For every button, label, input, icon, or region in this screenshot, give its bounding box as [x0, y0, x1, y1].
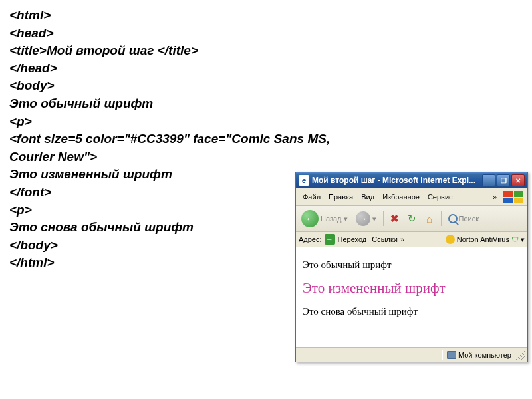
code-line: </head> — [9, 60, 523, 78]
back-label: Назад — [321, 215, 342, 223]
menu-view[interactable]: Вид — [357, 192, 378, 202]
maximize-button[interactable]: ❐ — [497, 174, 510, 186]
address-bar: Адрес: → Переход Ссылки » Norton AntiVir… — [296, 232, 527, 247]
norton-icon — [446, 235, 455, 244]
code-line: <html> — [9, 7, 523, 25]
menu-tools[interactable]: Сервис — [424, 192, 457, 202]
status-zone: Мой компьютер — [447, 351, 511, 359]
home-button[interactable]: ⌂ — [422, 211, 437, 226]
forward-arrow-icon: → — [356, 211, 370, 226]
status-panel — [299, 350, 443, 360]
search-label: Поиск — [459, 215, 479, 223]
status-zone-label: Мой компьютер — [458, 351, 511, 359]
separator — [441, 211, 442, 226]
page-content: Это обычный шрифт Это измененный шрифт Э… — [296, 247, 527, 347]
titlebar[interactable]: e Мой второй шаг - Microsoft Internet Ex… — [296, 172, 527, 188]
forward-button[interactable]: → ▾ — [353, 210, 379, 227]
dropdown-arrow-icon[interactable]: ▾ — [521, 235, 525, 244]
computer-icon — [447, 351, 456, 359]
ie-icon: e — [299, 175, 309, 186]
stop-icon: ✖ — [390, 213, 399, 225]
window-title: Мой второй шаг - Microsoft Internet Expl… — [312, 176, 482, 185]
toolbar: ← Назад ▾ → ▾ ✖ ↻ ⌂ Поиск — [296, 206, 527, 232]
close-button[interactable]: ✕ — [511, 174, 525, 186]
dropdown-arrow-icon: ▾ — [372, 215, 376, 223]
dropdown-arrow-icon: ▾ — [344, 215, 348, 223]
go-button[interactable]: → — [325, 234, 335, 245]
code-line: <body> — [9, 77, 523, 95]
resize-grip[interactable] — [515, 350, 525, 360]
code-line: Courier New"> — [9, 148, 523, 166]
browser-window: e Мой второй шаг - Microsoft Internet Ex… — [295, 172, 528, 362]
norton-status-icon: 🛡 — [511, 235, 519, 243]
magnifier-icon — [448, 214, 458, 223]
code-line: <title>Мой второй шаг </title> — [9, 42, 523, 60]
stop-button[interactable]: ✖ — [388, 211, 402, 226]
menu-file[interactable]: Файл — [299, 192, 325, 202]
refresh-icon: ↻ — [408, 213, 416, 225]
minimize-button[interactable]: _ — [482, 174, 495, 186]
links-label[interactable]: Ссылки — [372, 235, 398, 243]
code-line: <p> — [9, 113, 523, 131]
menu-favorites[interactable]: Избранное — [378, 192, 424, 202]
content-text-normal: Это снова обычный шрифт — [303, 306, 521, 317]
search-button[interactable]: Поиск — [446, 213, 481, 225]
code-line: Это обычный шрифт — [9, 95, 523, 113]
chevron-more-icon[interactable]: » — [400, 235, 404, 243]
go-label[interactable]: Переход — [338, 235, 367, 243]
refresh-button[interactable]: ↻ — [405, 211, 420, 226]
norton-label[interactable]: Norton AntiVirus — [457, 235, 509, 243]
code-line: <font size=5 color="#CC3399" face="Comic… — [9, 130, 523, 148]
status-bar: Мой компьютер — [296, 347, 527, 362]
back-arrow-icon: ← — [301, 210, 319, 227]
separator — [383, 211, 384, 226]
address-label: Адрес: — [299, 235, 322, 243]
windows-logo-icon — [502, 190, 525, 204]
chevron-more-icon[interactable]: » — [490, 193, 499, 201]
content-text-normal: Это обычный шрифт — [303, 259, 521, 271]
code-line: <head> — [9, 25, 523, 43]
back-button[interactable]: ← Назад ▾ — [299, 209, 350, 229]
menu-edit[interactable]: Правка — [325, 192, 357, 202]
menubar: Файл Правка Вид Избранное Сервис » — [296, 188, 527, 206]
home-icon: ⌂ — [426, 213, 432, 225]
content-text-changed: Это измененный шрифт — [303, 280, 521, 297]
